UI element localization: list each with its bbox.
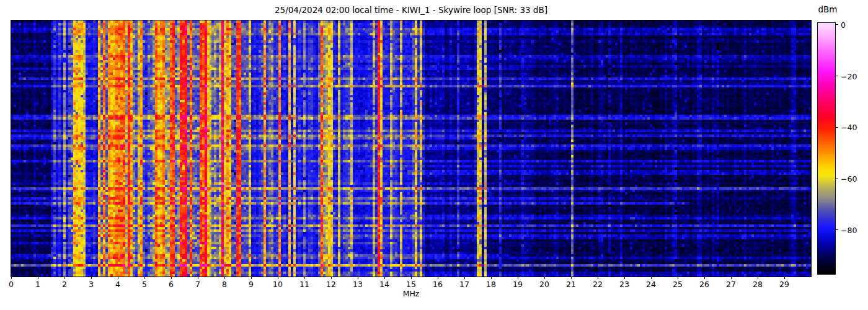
colorbar-tick-label: −40 xyxy=(841,123,857,132)
x-tick xyxy=(571,277,572,279)
x-tick xyxy=(198,277,198,279)
x-tick xyxy=(598,277,598,279)
x-tick xyxy=(678,277,678,279)
x-tick-label: 5 xyxy=(142,280,147,289)
x-tick-label: 6 xyxy=(169,280,174,289)
chart-title: 25/04/2024 02:00 local time - KIWI_1 - S… xyxy=(11,4,811,16)
x-tick-label: 17 xyxy=(459,280,469,289)
colorbar-unit-label: dBm xyxy=(809,4,846,14)
x-tick-label: 1 xyxy=(35,280,40,289)
x-tick xyxy=(384,277,385,279)
colorbar-canvas xyxy=(818,23,835,274)
colorbar xyxy=(817,22,836,275)
x-tick-label: 3 xyxy=(89,280,94,289)
x-tick-label: 24 xyxy=(646,280,656,289)
colorbar-tick xyxy=(836,127,838,128)
x-tick xyxy=(784,277,785,279)
x-tick-label: 15 xyxy=(406,280,416,289)
x-tick-label: 13 xyxy=(353,280,363,289)
x-tick-label: 28 xyxy=(753,280,763,289)
colorbar-tick-label: −20 xyxy=(841,71,857,81)
x-tick-label: 4 xyxy=(115,280,120,289)
x-tick xyxy=(144,277,145,279)
x-tick-label: 19 xyxy=(513,280,523,289)
x-tick xyxy=(651,277,652,279)
x-tick-label: 22 xyxy=(593,280,603,289)
x-tick-label: 11 xyxy=(299,280,309,289)
x-tick xyxy=(758,277,758,279)
colorbar-tick-label: −80 xyxy=(841,225,857,234)
spectrogram-plot-area xyxy=(11,20,812,277)
colorbar-tick xyxy=(836,76,838,76)
x-tick-label: 7 xyxy=(195,280,200,289)
x-tick xyxy=(704,277,705,279)
x-tick-label: 21 xyxy=(566,280,576,289)
x-tick xyxy=(411,277,412,279)
x-tick xyxy=(731,277,732,279)
x-tick-label: 18 xyxy=(486,280,496,289)
x-tick-label: 20 xyxy=(539,280,549,289)
x-tick-label: 10 xyxy=(273,280,283,289)
x-tick xyxy=(171,277,172,279)
x-tick xyxy=(251,277,252,279)
x-tick xyxy=(544,277,545,279)
x-tick xyxy=(304,277,305,279)
x-tick-label: 16 xyxy=(433,280,443,289)
x-tick xyxy=(624,277,625,279)
x-tick xyxy=(64,277,65,279)
x-tick xyxy=(38,277,38,279)
x-tick xyxy=(118,277,118,279)
colorbar-tick xyxy=(836,179,838,179)
x-tick-label: 27 xyxy=(726,280,736,289)
x-tick xyxy=(518,277,518,279)
spectrogram-canvas xyxy=(11,20,811,277)
x-tick-label: 12 xyxy=(326,280,336,289)
x-tick xyxy=(331,277,332,279)
x-tick xyxy=(491,277,492,279)
x-tick-label: 23 xyxy=(619,280,629,289)
x-tick xyxy=(224,277,225,279)
x-tick-label: 26 xyxy=(699,280,709,289)
x-tick-label: 14 xyxy=(379,280,389,289)
x-tick-label: 25 xyxy=(673,280,683,289)
colorbar-tick-label: −60 xyxy=(841,174,857,184)
colorbar-tick-label: 0 xyxy=(841,20,846,29)
x-tick xyxy=(464,277,465,279)
x-tick xyxy=(358,277,358,279)
x-axis-label: MHz xyxy=(11,289,811,298)
x-tick-label: 8 xyxy=(222,280,227,289)
x-tick xyxy=(278,277,278,279)
x-tick xyxy=(91,277,92,279)
x-tick-label: 29 xyxy=(779,280,789,289)
x-tick-label: 9 xyxy=(249,280,254,289)
spectrogram-figure: 25/04/2024 02:00 local time - KIWI_1 - S… xyxy=(0,0,868,310)
x-tick xyxy=(11,277,12,279)
x-tick-label: 2 xyxy=(62,280,67,289)
colorbar-tick xyxy=(836,24,838,25)
colorbar-tick xyxy=(836,229,838,230)
x-tick xyxy=(438,277,438,279)
x-tick-label: 0 xyxy=(9,280,14,289)
